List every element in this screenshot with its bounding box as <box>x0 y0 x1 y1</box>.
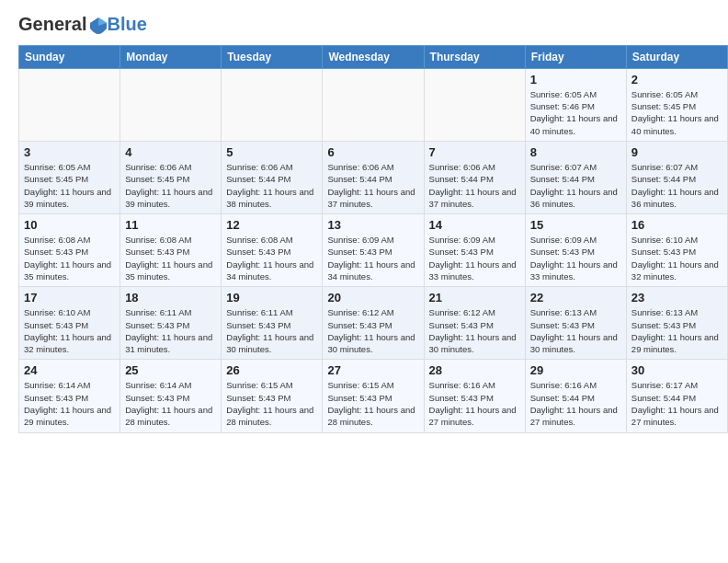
day-info: Sunrise: 6:12 AMSunset: 5:43 PMDaylight:… <box>429 306 520 355</box>
day-info: Sunrise: 6:09 AMSunset: 5:43 PMDaylight:… <box>429 234 520 282</box>
day-info: Sunrise: 6:11 AMSunset: 5:43 PMDaylight:… <box>125 306 216 355</box>
day-info: Sunrise: 6:09 AMSunset: 5:43 PMDaylight:… <box>327 234 418 282</box>
day-number: 16 <box>631 218 722 232</box>
day-info: Sunrise: 6:07 AMSunset: 5:44 PMDaylight:… <box>530 161 621 210</box>
day-number: 10 <box>24 218 115 232</box>
weekday-header-tuesday: Tuesday <box>222 45 323 68</box>
day-number: 29 <box>530 363 621 377</box>
calendar-week-row: 10Sunrise: 6:08 AMSunset: 5:43 PMDayligh… <box>19 214 728 287</box>
calendar-week-row: 17Sunrise: 6:10 AMSunset: 5:43 PMDayligh… <box>19 287 728 360</box>
day-number: 8 <box>530 145 621 159</box>
day-number: 13 <box>327 218 418 232</box>
empty-day <box>323 68 424 141</box>
day-info: Sunrise: 6:14 AMSunset: 5:43 PMDaylight:… <box>24 379 115 428</box>
empty-day <box>19 68 120 141</box>
calendar-day-21: 21Sunrise: 6:12 AMSunset: 5:43 PMDayligh… <box>424 287 525 360</box>
weekday-header-thursday: Thursday <box>424 45 525 68</box>
day-info: Sunrise: 6:17 AMSunset: 5:44 PMDaylight:… <box>631 379 722 428</box>
day-info: Sunrise: 6:06 AMSunset: 5:44 PMDaylight:… <box>327 161 418 210</box>
day-number: 22 <box>530 291 621 304</box>
calendar-day-26: 26Sunrise: 6:15 AMSunset: 5:43 PMDayligh… <box>222 360 323 432</box>
calendar-day-18: 18Sunrise: 6:11 AMSunset: 5:43 PMDayligh… <box>120 287 222 360</box>
calendar-day-25: 25Sunrise: 6:14 AMSunset: 5:43 PMDayligh… <box>120 360 222 432</box>
day-number: 14 <box>429 218 520 232</box>
empty-day <box>424 68 525 141</box>
day-number: 1 <box>530 73 621 86</box>
weekday-header-sunday: Sunday <box>19 45 120 68</box>
day-info: Sunrise: 6:05 AMSunset: 5:45 PMDaylight:… <box>631 88 722 137</box>
day-info: Sunrise: 6:13 AMSunset: 5:43 PMDaylight:… <box>530 306 621 355</box>
calendar-table: SundayMondayTuesdayWednesdayThursdayFrid… <box>18 45 728 433</box>
calendar-day-13: 13Sunrise: 6:09 AMSunset: 5:43 PMDayligh… <box>323 214 424 287</box>
empty-day <box>222 68 323 141</box>
weekday-header-saturday: Saturday <box>626 45 727 68</box>
day-info: Sunrise: 6:12 AMSunset: 5:43 PMDaylight:… <box>327 306 418 355</box>
logo-blue: Blue <box>107 14 146 35</box>
weekday-header-wednesday: Wednesday <box>323 45 424 68</box>
calendar-header-row: SundayMondayTuesdayWednesdayThursdayFrid… <box>19 45 728 68</box>
day-info: Sunrise: 6:15 AMSunset: 5:43 PMDaylight:… <box>327 379 418 428</box>
day-number: 26 <box>226 363 317 377</box>
calendar-day-8: 8Sunrise: 6:07 AMSunset: 5:44 PMDaylight… <box>525 141 626 213</box>
calendar-day-7: 7Sunrise: 6:06 AMSunset: 5:44 PMDaylight… <box>424 141 525 213</box>
day-number: 19 <box>226 291 317 304</box>
day-info: Sunrise: 6:09 AMSunset: 5:43 PMDaylight:… <box>530 234 621 282</box>
calendar-day-27: 27Sunrise: 6:15 AMSunset: 5:43 PMDayligh… <box>323 360 424 432</box>
calendar-day-1: 1Sunrise: 6:05 AMSunset: 5:46 PMDaylight… <box>525 68 626 141</box>
calendar-day-15: 15Sunrise: 6:09 AMSunset: 5:43 PMDayligh… <box>525 214 626 287</box>
calendar-wrapper: SundayMondayTuesdayWednesdayThursdayFrid… <box>0 45 728 438</box>
day-info: Sunrise: 6:06 AMSunset: 5:44 PMDaylight:… <box>429 161 520 210</box>
day-number: 30 <box>631 363 722 377</box>
day-number: 24 <box>24 363 115 377</box>
calendar-day-3: 3Sunrise: 6:05 AMSunset: 5:45 PMDaylight… <box>19 141 120 213</box>
calendar-day-9: 9Sunrise: 6:07 AMSunset: 5:44 PMDaylight… <box>626 141 727 213</box>
day-info: Sunrise: 6:11 AMSunset: 5:43 PMDaylight:… <box>226 306 317 355</box>
calendar-week-row: 3Sunrise: 6:05 AMSunset: 5:45 PMDaylight… <box>19 141 728 213</box>
day-info: Sunrise: 6:06 AMSunset: 5:44 PMDaylight:… <box>226 161 317 210</box>
day-info: Sunrise: 6:05 AMSunset: 5:45 PMDaylight:… <box>24 161 115 210</box>
day-info: Sunrise: 6:05 AMSunset: 5:46 PMDaylight:… <box>530 88 621 137</box>
calendar-day-10: 10Sunrise: 6:08 AMSunset: 5:43 PMDayligh… <box>19 214 120 287</box>
calendar-day-14: 14Sunrise: 6:09 AMSunset: 5:43 PMDayligh… <box>424 214 525 287</box>
day-number: 25 <box>125 363 216 377</box>
day-number: 2 <box>631 73 722 86</box>
day-number: 21 <box>429 291 520 304</box>
day-number: 17 <box>24 291 115 304</box>
calendar-day-5: 5Sunrise: 6:06 AMSunset: 5:44 PMDaylight… <box>222 141 323 213</box>
day-number: 12 <box>226 218 317 232</box>
calendar-day-2: 2Sunrise: 6:05 AMSunset: 5:45 PMDaylight… <box>626 68 727 141</box>
day-info: Sunrise: 6:10 AMSunset: 5:43 PMDaylight:… <box>631 234 722 282</box>
page-header: General Blue <box>0 0 728 45</box>
day-info: Sunrise: 6:08 AMSunset: 5:43 PMDaylight:… <box>125 234 216 282</box>
calendar-day-20: 20Sunrise: 6:12 AMSunset: 5:43 PMDayligh… <box>323 287 424 360</box>
day-info: Sunrise: 6:10 AMSunset: 5:43 PMDaylight:… <box>24 306 115 355</box>
day-number: 23 <box>631 291 722 304</box>
day-number: 9 <box>631 145 722 159</box>
calendar-day-17: 17Sunrise: 6:10 AMSunset: 5:43 PMDayligh… <box>19 287 120 360</box>
day-info: Sunrise: 6:07 AMSunset: 5:44 PMDaylight:… <box>631 161 722 210</box>
calendar-day-4: 4Sunrise: 6:06 AMSunset: 5:45 PMDaylight… <box>120 141 222 213</box>
day-number: 20 <box>327 291 418 304</box>
calendar-day-23: 23Sunrise: 6:13 AMSunset: 5:43 PMDayligh… <box>626 287 727 360</box>
day-info: Sunrise: 6:16 AMSunset: 5:43 PMDaylight:… <box>429 379 520 428</box>
weekday-header-friday: Friday <box>525 45 626 68</box>
day-info: Sunrise: 6:15 AMSunset: 5:43 PMDaylight:… <box>226 379 317 428</box>
calendar-day-6: 6Sunrise: 6:06 AMSunset: 5:44 PMDaylight… <box>323 141 424 213</box>
day-info: Sunrise: 6:14 AMSunset: 5:43 PMDaylight:… <box>125 379 216 428</box>
day-info: Sunrise: 6:08 AMSunset: 5:43 PMDaylight:… <box>24 234 115 282</box>
day-number: 3 <box>24 145 115 159</box>
day-info: Sunrise: 6:06 AMSunset: 5:45 PMDaylight:… <box>125 161 216 210</box>
day-info: Sunrise: 6:08 AMSunset: 5:43 PMDaylight:… <box>226 234 317 282</box>
calendar-day-19: 19Sunrise: 6:11 AMSunset: 5:43 PMDayligh… <box>222 287 323 360</box>
day-number: 18 <box>125 291 216 304</box>
calendar-day-30: 30Sunrise: 6:17 AMSunset: 5:44 PMDayligh… <box>626 360 727 432</box>
day-info: Sunrise: 6:16 AMSunset: 5:44 PMDaylight:… <box>530 379 621 428</box>
logo: General Blue <box>18 14 147 36</box>
calendar-day-11: 11Sunrise: 6:08 AMSunset: 5:43 PMDayligh… <box>120 214 222 287</box>
weekday-header-monday: Monday <box>120 45 222 68</box>
calendar-day-22: 22Sunrise: 6:13 AMSunset: 5:43 PMDayligh… <box>525 287 626 360</box>
calendar-day-24: 24Sunrise: 6:14 AMSunset: 5:43 PMDayligh… <box>19 360 120 432</box>
logo-text: General <box>18 14 108 34</box>
day-number: 27 <box>327 363 418 377</box>
calendar-day-16: 16Sunrise: 6:10 AMSunset: 5:43 PMDayligh… <box>626 214 727 287</box>
